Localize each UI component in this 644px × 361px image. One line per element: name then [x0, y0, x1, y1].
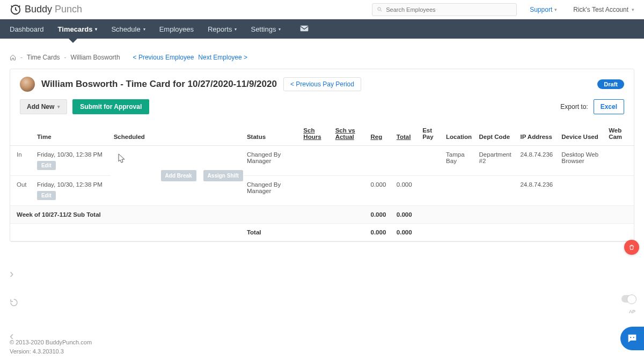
ap-label: AP: [629, 309, 635, 314]
export-excel-button[interactable]: Excel: [594, 99, 624, 114]
footer: © 2013-2020 BuddyPunch.com Version: 4.3.…: [10, 338, 92, 356]
col-reg[interactable]: Reg: [368, 122, 393, 146]
ip-out: 24.8.74.236: [517, 176, 558, 206]
col-scheduled: Scheduled: [111, 122, 244, 146]
export-section: Export to: Excel: [560, 99, 624, 114]
table-row-in: In Friday, 10/30, 12:38 PM Edit Add Brea…: [10, 146, 634, 176]
edit-out-button[interactable]: Edit: [37, 191, 56, 200]
next-employee-link[interactable]: Next Employee >: [198, 54, 247, 61]
nav-timecards[interactable]: Timecards▾: [58, 25, 98, 33]
support-label: Support: [530, 6, 552, 13]
in-label: In: [17, 151, 22, 158]
chevron-down-icon: ▾: [632, 7, 634, 12]
col-time: Time: [34, 122, 111, 146]
crumb-sep: -: [20, 54, 23, 61]
location-in: Tampa Bay: [443, 146, 476, 176]
col-location: Location: [443, 122, 476, 146]
col-dept-code: Dept Code: [476, 122, 517, 146]
svg-point-3: [630, 337, 631, 338]
edit-in-button[interactable]: Edit: [37, 161, 56, 170]
out-time-value: Friday, 10/30, 12:38 PM: [37, 181, 107, 188]
crumb-employee: William Bosworth: [71, 54, 120, 61]
subtotal-reg: 0.000: [368, 206, 393, 224]
svg-point-4: [633, 337, 634, 338]
dept-in: Department #2: [476, 146, 517, 176]
delete-row-button[interactable]: [624, 240, 639, 255]
breadcrumb: - Time Cards - William Bosworth < Previo…: [0, 39, 644, 69]
nav-settings[interactable]: Settings▾: [251, 25, 281, 33]
chevron-down-icon: ▾: [143, 27, 145, 32]
col-sch-hours[interactable]: Sch Hours: [300, 122, 332, 146]
status-badge-draft: Draft: [597, 79, 624, 89]
nav-employees-label: Employees: [159, 25, 194, 33]
col-ip: IP Address: [517, 122, 558, 146]
account-label: Rick's Test Account: [573, 6, 628, 13]
col-status: Status: [244, 122, 300, 146]
timecard-actions: Add New▾ Submit for Approval Export to: …: [10, 99, 634, 122]
support-link[interactable]: Support ▾: [530, 6, 557, 13]
col-total[interactable]: Total: [393, 122, 419, 146]
crumb-sep: -: [64, 54, 67, 61]
nav-settings-label: Settings: [251, 25, 276, 33]
grand-label: Total: [244, 224, 300, 241]
nav-dashboard[interactable]: Dashboard: [10, 25, 44, 33]
col-device: Device Used: [558, 122, 605, 146]
toggle-switch[interactable]: [621, 295, 636, 303]
chevron-down-icon: ▾: [57, 104, 60, 109]
chat-icon: [626, 333, 638, 344]
account-menu[interactable]: Rick's Test Account ▾: [573, 6, 634, 13]
version-text: Version: 4.3.20310.3: [10, 347, 92, 356]
grand-total: 0.000: [393, 224, 419, 241]
prev-employee-link[interactable]: < Previous Employee: [133, 54, 194, 61]
search-input[interactable]: [386, 6, 512, 13]
chevron-down-icon: ▾: [235, 27, 237, 32]
add-new-button[interactable]: Add New▾: [20, 99, 67, 114]
export-label: Export to:: [560, 103, 588, 110]
in-time-value: Friday, 10/30, 12:38 PM: [37, 151, 107, 158]
total-out: 0.000: [393, 176, 419, 206]
table-header-row: Time Scheduled Status Sch Hours Sch vs A…: [10, 122, 634, 146]
prev-pay-period-button[interactable]: < Previous Pay Period: [283, 77, 361, 91]
add-break-button[interactable]: Add Break: [161, 170, 196, 181]
nav-schedule[interactable]: Schedule▾: [111, 25, 145, 33]
subtotal-label: Week of 10/27-11/2 Sub Total: [10, 206, 244, 224]
chat-widget[interactable]: [620, 327, 644, 350]
col-est-pay: Est Pay: [419, 122, 443, 146]
search-input-wrap[interactable]: [372, 3, 517, 16]
nav-schedule-label: Schedule: [111, 25, 140, 33]
submit-approval-button[interactable]: Submit for Approval: [72, 99, 149, 114]
brand-name-1: Buddy: [25, 4, 52, 14]
add-new-label: Add New: [27, 103, 54, 110]
status-in: Changed By Manager: [244, 146, 300, 176]
brand-name-2: Punch: [52, 4, 82, 14]
ip-in: 24.8.74.236: [517, 146, 558, 176]
topbar: Buddy Punch Support ▾ Rick's Test Accoun…: [0, 0, 644, 19]
reg-out: 0.000: [368, 176, 393, 206]
timecard-header: William Bosworth - Time Card for 10/27/2…: [10, 69, 634, 99]
subtotal-row: Week of 10/27-11/2 Sub Total 0.000 0.000: [10, 206, 634, 224]
assign-shift-button[interactable]: Assign Shift: [203, 170, 243, 181]
nav-employees[interactable]: Employees: [159, 25, 194, 33]
status-out: Changed By Manager: [244, 176, 300, 206]
subtotal-total: 0.000: [393, 206, 419, 224]
grand-reg: 0.000: [368, 224, 393, 241]
copyright-text: © 2013-2020 BuddyPunch.com: [10, 338, 92, 347]
nav-timecards-label: Timecards: [58, 25, 93, 33]
home-icon[interactable]: [10, 54, 16, 61]
crumb-timecards[interactable]: Time Cards: [27, 54, 60, 61]
reload-icon[interactable]: [10, 298, 18, 308]
logo[interactable]: Buddy Punch: [10, 4, 82, 16]
mail-icon[interactable]: [300, 25, 309, 33]
grand-total-row: Total 0.000 0.000: [10, 224, 634, 241]
page-title: William Bosworth - Time Card for 10/27/2…: [41, 79, 277, 90]
avatar: [20, 77, 35, 92]
expand-arrow-icon[interactable]: ›: [10, 267, 13, 281]
nav-reports-label: Reports: [208, 25, 232, 33]
chevron-down-icon: ▾: [554, 7, 557, 12]
timecard-panel: William Bosworth - Time Card for 10/27/2…: [10, 69, 634, 242]
clock-icon: [10, 4, 21, 16]
col-sch-vs-actual[interactable]: Sch vs Actual: [332, 122, 368, 146]
main-nav: Dashboard Timecards▾ Schedule▾ Employees…: [0, 19, 644, 39]
nav-reports[interactable]: Reports▾: [208, 25, 237, 33]
table-row-out: Out Friday, 10/30, 12:38 PM Edit Changed…: [10, 176, 634, 206]
